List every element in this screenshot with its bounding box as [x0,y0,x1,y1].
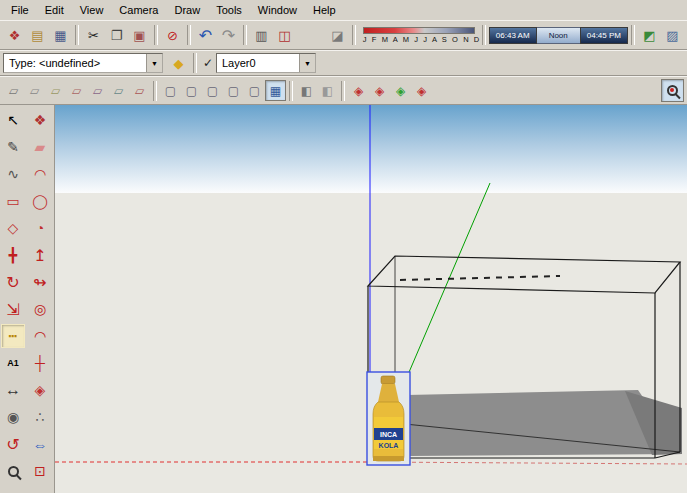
inca-kola-bottle[interactable]: INCA KOLA [367,372,410,465]
chevron-down-icon[interactable]: ▼ [299,54,315,72]
scale-tool-icon[interactable]: ⇲ [1,297,25,321]
shadow-time-slider[interactable]: Noon [537,27,580,44]
shadow-date-slider[interactable]: J F M A M J J A S O N D [363,27,475,44]
bottle-brand-line1: INCA [380,431,397,438]
sandbox-from-contours-icon[interactable]: ▱ [3,80,24,101]
toolbar-separator [243,25,247,45]
get-models-icon[interactable]: ◩ [638,24,661,47]
xray-mode-icon[interactable]: ▢ [160,80,181,101]
offset-tool-icon[interactable]: ◎ [28,297,52,321]
textured-mode-icon[interactable]: ▢ [244,80,265,101]
bottle-cap [381,376,395,384]
toolbar-separator [352,25,356,45]
rotate-tool-icon[interactable]: ↻ [1,270,25,294]
model-info-icon[interactable]: ◫ [273,24,296,47]
save-icon[interactable]: ▦ [49,24,72,47]
month-letters: J F M A M J J A S O N D [363,35,475,44]
bottle-base [373,456,404,461]
menu-view[interactable]: View [72,2,112,18]
paint-bucket-icon[interactable]: ◆ [167,52,190,75]
tape-measure-tool-icon[interactable]: ┅ [1,324,25,348]
menu-bar: File Edit View Camera Draw Tools Window … [0,0,687,20]
model-viewport[interactable]: INCA KOLA [55,105,687,493]
arc-tool-icon[interactable]: ◠ [28,162,52,186]
open-icon[interactable]: ▤ [26,24,49,47]
section-display-icon[interactable]: ◈ [369,80,390,101]
zoom-extents-tool-icon[interactable]: ⊡ [28,459,52,483]
menu-file[interactable]: File [3,2,37,18]
layer-dropdown[interactable]: Layer0 ▼ [216,53,316,73]
entity-type-value: Type: <undefined> [9,57,100,69]
hidden-line-mode-icon[interactable]: ▢ [202,80,223,101]
section-cuts-icon[interactable]: ◈ [390,80,411,101]
paste-icon[interactable]: ▣ [128,24,151,47]
sandbox-smoove-icon[interactable]: ▱ [45,80,66,101]
line-tool-icon[interactable]: ✎ [1,135,25,159]
entity-type-dropdown[interactable]: Type: <undefined> ▼ [3,53,163,73]
push-pull-tool-icon[interactable]: ↥ [28,243,52,267]
select-tool-icon[interactable]: ↖ [1,108,25,132]
toolbar-separator [153,81,157,101]
redo-icon[interactable]: ↷ [217,24,240,47]
text-tool-icon[interactable]: A1 [1,351,25,375]
display-toolbar: ▱ ▱ ▱ ▱ ▱ ▱ ▱ ▢ ▢ ▢ ▢ ▢ ▦ ◧ ◧ ◈ ◈ ◈ ◈ [0,76,687,105]
rectangle-tool-icon[interactable]: ▭ [1,189,25,213]
view-iso-icon[interactable]: ◧ [296,80,317,101]
magnifier-icon [8,466,19,477]
zoom-selection-icon[interactable] [661,79,684,102]
polygon-tool-icon[interactable]: ◇ [1,216,25,240]
protractor-tool-icon[interactable]: ◠ [28,324,52,348]
follow-me-tool-icon[interactable]: ↬ [28,270,52,294]
wireframe-mode-icon[interactable]: ▢ [181,80,202,101]
circle-tool-icon[interactable]: ◯ [28,189,52,213]
text-tool-label: A1 [7,358,19,368]
shaded-mode-icon[interactable]: ▢ [223,80,244,101]
sandbox-drape-icon[interactable]: ▱ [87,80,108,101]
pan-tool-icon[interactable]: ⇔ [28,432,52,456]
menu-tools[interactable]: Tools [208,2,250,18]
share-model-icon[interactable]: ▨ [661,24,684,47]
menu-window[interactable]: Window [250,2,305,18]
print-icon[interactable]: ▥ [250,24,273,47]
eraser-tool-icon[interactable]: ▰ [28,135,52,159]
section-fill-icon[interactable]: ◈ [411,80,432,101]
pie-tool-icon[interactable]: ◔ [28,216,52,240]
menu-edit[interactable]: Edit [37,2,72,18]
sandbox-add-detail-icon[interactable]: ▱ [108,80,129,101]
view-top-icon[interactable]: ◧ [317,80,338,101]
toolbar-separator [193,53,197,73]
dimension-tool-icon[interactable]: ↔ [1,378,25,402]
walk-tool-icon[interactable]: ∴ [28,405,52,429]
freehand-tool-icon[interactable]: ∿ [1,162,25,186]
sky [55,105,687,193]
entity-layers-toolbar: Type: <undefined> ▼ ◆ ✓ Layer0 ▼ [0,50,687,76]
shadows-toggle-icon[interactable]: ◪ [326,24,349,47]
position-camera-tool-icon[interactable]: ◉ [1,405,25,429]
copy-icon[interactable]: ❐ [105,24,128,47]
bottle-brand-line2: KOLA [379,442,399,449]
shadow-date-gradient[interactable] [363,27,475,34]
move-tool-icon[interactable]: ╋ [1,243,25,267]
section-plane-icon[interactable]: ◈ [348,80,369,101]
make-component-tool-icon[interactable]: ❖ [28,108,52,132]
monochrome-mode-icon[interactable]: ▦ [265,80,286,101]
sandbox-stamp-icon[interactable]: ▱ [66,80,87,101]
erase-icon[interactable]: ⊘ [161,24,184,47]
drawing-canvas[interactable]: INCA KOLA [55,105,687,493]
section-plane-tool-icon[interactable]: ◈ [28,378,52,402]
layer-visible-check-icon[interactable]: ✓ [200,56,216,70]
axes-tool-icon[interactable]: ┼ [28,351,52,375]
chevron-down-icon[interactable]: ▼ [146,54,162,72]
sandbox-flip-edge-icon[interactable]: ▱ [129,80,150,101]
make-component-icon[interactable]: ❖ [3,24,26,47]
zoom-tool-icon[interactable] [1,459,25,483]
cut-icon[interactable]: ✂ [82,24,105,47]
orbit-tool-icon[interactable]: ↺ [1,432,25,456]
shadow-start-time: 06:43 AM [489,27,537,44]
toolbar-separator [289,81,293,101]
sandbox-from-scratch-icon[interactable]: ▱ [24,80,45,101]
menu-camera[interactable]: Camera [111,2,166,18]
undo-icon[interactable]: ↶ [194,24,217,47]
menu-draw[interactable]: Draw [166,2,208,18]
menu-help[interactable]: Help [305,2,344,18]
